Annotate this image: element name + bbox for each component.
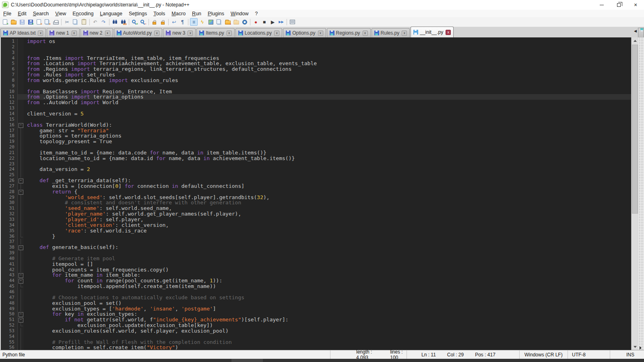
code-line[interactable]: 24 data_version = 2 [1,167,631,172]
code-text[interactable]: location_name_to_id = {name: data.id for… [24,156,631,161]
code-text[interactable]: pool_counts = item_frequencies.copy() [24,267,631,273]
splitter-grip[interactable] [638,37,644,350]
code-line[interactable]: 33 'player_id': self.player, [1,217,631,222]
code-line[interactable]: 1import os [1,39,631,44]
code-line[interactable]: 28 return { [1,189,631,195]
tab-init-py[interactable]: __init__.pyx [411,27,454,37]
code-text[interactable]: options = terraria_options [24,133,631,139]
code-text[interactable]: from .Regions import terraria_regions, l… [24,66,631,72]
fold-toggle-icon[interactable] [18,122,24,128]
code-line[interactable]: 36 } [1,234,631,239]
paste-button[interactable] [80,18,88,26]
code-text[interactable]: } [24,234,631,239]
menu-item-plugins[interactable]: Plugins [204,10,227,17]
code-line[interactable]: 50 for key in exclusion_types: [1,311,631,317]
cut-button[interactable]: ✂ [63,18,71,26]
code-text[interactable] [24,44,631,50]
code-text[interactable]: from worlds.generic.Rules import exclusi… [24,78,631,83]
menu-item-language[interactable]: Language [97,10,126,17]
code-line[interactable]: 11from .Options import terraria_options [1,94,631,100]
code-text[interactable] [24,83,631,89]
code-line[interactable]: 51 if not getattr(self.world, f"include_… [1,317,631,323]
code-text[interactable]: 'player_id': self.player, [24,217,631,222]
tab-new-1[interactable]: new 1x [47,28,79,37]
code-line[interactable]: 42 pool_counts = item_frequencies.copy() [1,267,631,273]
code-text[interactable]: return { [24,189,631,195]
code-text[interactable] [24,50,631,56]
splitter-arrow-icon[interactable] [640,346,642,350]
macro-play-button[interactable]: ▶ [269,18,277,26]
tab-close-icon[interactable]: x [38,31,43,36]
code-line[interactable]: 6from .Regions import terraria_regions, … [1,66,631,72]
code-line[interactable]: 38 def generate_basic(self): [1,245,631,250]
status-eol[interactable]: Windows (CR LF) [519,350,568,359]
code-line[interactable]: 35 'race': self.world.is_race [1,228,631,234]
tab-scroll-left-icon[interactable]: ◀ [634,29,637,33]
close-button[interactable]: × [627,0,644,10]
code-line[interactable]: 2 [1,44,631,50]
show-all-characters-button[interactable]: ¶ [179,18,186,26]
code-text[interactable]: 'race': self.world.is_race [24,228,631,234]
code-line[interactable]: 46 [1,289,631,295]
code-text[interactable]: client_version = 5 [24,111,631,117]
redo-button[interactable]: ↷ [100,18,107,26]
tab-close-icon[interactable]: x [105,31,110,36]
code-text[interactable]: from .Locations import TerrariaAchieveme… [24,61,631,66]
code-text[interactable]: # consistent and doesn't interfere with … [24,200,631,206]
code-line[interactable]: 30 # consistent and doesn't interfere wi… [1,200,631,206]
code-text[interactable] [24,334,631,339]
code-text[interactable]: if not getattr(self.world, f"include_{ke… [24,317,631,323]
code-text[interactable]: exclusion_pool.update(exclusion_table[ke… [24,323,631,328]
code-text[interactable]: from BaseClasses import Region, Entrance… [24,89,631,95]
code-line[interactable]: 13 [1,105,631,111]
folder-as-workspace-button[interactable]: • [224,18,231,26]
code-line[interactable]: 4from .Items import TerrariaItem, item_t… [1,56,631,61]
code-line[interactable]: 8from worlds.generic.Rules import exclus… [1,78,631,83]
code-line[interactable]: 26 def _get_terraria_data(self): [1,178,631,183]
menu-item-tools[interactable]: Tools [150,10,168,17]
tab-rules-py[interactable]: Rules.pyx [372,28,410,37]
code-line[interactable]: 21 item_name_to_id = {name: data.code fo… [1,150,631,156]
code-text[interactable]: exits = [connection[0] for connection in… [24,183,631,189]
code-line[interactable]: 31 'seed_name': self.world.seed_name, [1,206,631,211]
tab-regions-py[interactable]: Regions.pyx [327,28,371,37]
fold-toggle-icon[interactable] [18,245,24,250]
code-line[interactable]: 41 itempool = [] [1,261,631,267]
tab-locations-py[interactable]: Locations.pyx [235,28,282,37]
close-all-button[interactable]: × [43,18,51,26]
code-text[interactable] [24,105,631,111]
code-line[interactable]: 3 [1,50,631,56]
code-line[interactable]: 34 'client_version': client_version, [1,222,631,228]
code-text[interactable]: itempool = [] [24,261,631,267]
tab-options-py[interactable]: Options.pyx [283,28,326,37]
tab-close-icon[interactable]: x [318,31,323,36]
code-text[interactable]: exclusion_rules(self.world, self.player,… [24,328,631,334]
code-text[interactable]: def _get_terraria_data(self): [24,178,631,183]
macro-run-multiple-button[interactable]: ▶▶ [277,18,285,26]
save-file-button[interactable] [18,18,26,26]
undo-button[interactable]: ↶ [91,18,99,26]
menu-item-view[interactable]: View [52,10,69,17]
code-line[interactable]: 39 [1,250,631,256]
code-line[interactable]: 17 game: str = "Terraria" [1,128,631,134]
code-text[interactable]: import os [24,39,631,44]
code-line[interactable]: 23 [1,161,631,167]
document-list-button[interactable] [215,18,223,26]
code-text[interactable]: 'world_seed': self.world.slot_seeds[self… [24,195,631,200]
code-text[interactable]: data_version = 2 [24,167,631,172]
menu-item-window[interactable]: Window [227,10,252,17]
code-line[interactable]: 52 exclusion_pool.update(exclusion_table… [1,323,631,328]
code-line[interactable]: 32 'player_name': self.world.get_player_… [1,211,631,217]
function-list-button[interactable]: ϟ [198,18,206,26]
tab-close-icon[interactable]: x [227,31,232,36]
code-text[interactable]: 'client_version': client_version, [24,222,631,228]
code-text[interactable]: completion = self.create_item("Victory") [24,345,631,350]
zoom-out-button[interactable]: − [139,18,147,26]
document-map-button[interactable] [207,18,215,26]
copy-button[interactable] [72,18,79,26]
code-line[interactable]: 47 # Choose locations to automatically e… [1,295,631,300]
menu-item-[interactable]: ? [252,10,261,17]
code-line[interactable]: 7from .Rules import set_rules [1,72,631,78]
code-line[interactable]: 40 # Generate item pool [1,256,631,261]
code-line[interactable]: 5from .Locations import TerrariaAchievem… [1,61,631,66]
